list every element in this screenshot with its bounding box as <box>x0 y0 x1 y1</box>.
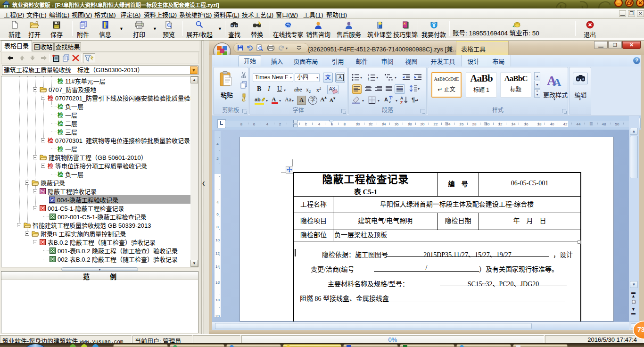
svg-text:×: × <box>388 100 391 105</box>
svg-text:W: W <box>50 198 54 202</box>
svg-text:A: A <box>553 76 561 87</box>
svg-text:Z: Z <box>400 100 403 105</box>
svg-text:A: A <box>400 96 403 100</box>
svg-text:W: W <box>41 190 45 194</box>
svg-text:A: A <box>384 97 388 102</box>
svg-text:3: 3 <box>368 79 369 81</box>
